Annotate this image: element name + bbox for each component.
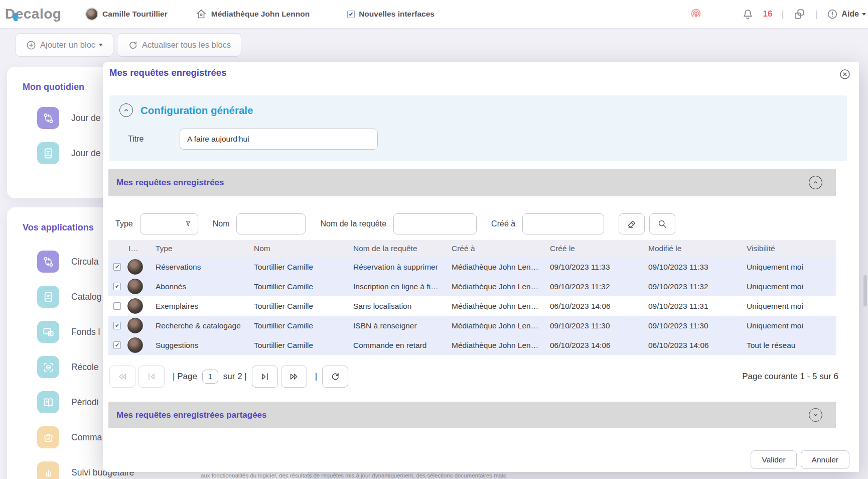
queries-table-header: I… Type Nom Nom de la requête Créé à Cré… [108,240,836,257]
collapse-config-button[interactable] [119,103,133,117]
filter-created-at-label: Créé à [491,219,515,228]
row-select-checkbox[interactable] [113,322,121,329]
dashboard-toolbar: Ajouter un bloc Actualiser tous les bloc… [15,33,241,57]
caret-down-icon [99,44,103,46]
title-field-input[interactable] [180,129,378,150]
filter-nom-label: Nom [213,219,230,228]
modal-title: Mes requêtes enregistrées [109,67,226,78]
refresh-list-button[interactable] [322,366,348,388]
help-menu[interactable]: Aide [826,8,866,20]
circulation-icon [37,107,59,129]
current-user[interactable]: Camille Tourtillier [85,8,168,21]
table-row[interactable]: SuggestionsTourtillier CamilleCommande e… [108,335,836,355]
cell-modified-on: 09/10/2023 11:31 [648,302,747,311]
cell-created-at: Médiathèque John Len… [452,263,550,272]
cell-created-at: Médiathèque John Len… [452,341,550,350]
table-row[interactable]: Recherche & catalogageTourtillier Camill… [108,316,836,335]
pagination: | Page sur 2 | | Page courante 1 - 5 sur… [109,366,838,388]
cell-modified-on: 09/10/2023 11:33 [648,263,747,272]
sidebar-item[interactable]: Jour de [37,142,100,164]
sidebar-item-label: Fonds l [71,327,100,337]
broadcast-icon[interactable] [689,8,702,21]
notification-count[interactable]: 16 [763,9,773,19]
sidebar-item[interactable]: Jour de [37,107,100,129]
clear-filters-button[interactable] [619,213,645,234]
first-page-button[interactable] [109,366,135,388]
eraser-icon [626,218,637,229]
row-select-checkbox[interactable] [113,302,121,310]
current-library[interactable]: Médiathèque John Lennon [195,8,310,20]
book-icon [37,286,59,308]
col-created-at[interactable]: Créé à [452,244,550,253]
collapse-my-queries-button[interactable] [809,176,822,189]
search-button[interactable] [649,213,675,234]
open-book-icon [37,391,59,413]
col-type[interactable]: Type [156,244,254,253]
refresh-all-blocks-button[interactable]: Actualiser tous les blocs [117,33,241,57]
my-queries-section-header[interactable]: Mes requêtes enregistrées [108,169,836,196]
last-page-button[interactable] [281,366,307,388]
cell-type: Exemplaires [156,302,254,311]
cancel-button[interactable]: Annuler [801,450,849,469]
add-block-button[interactable]: Ajouter un bloc [15,33,113,57]
bell-icon[interactable] [742,8,754,21]
next-page-button[interactable] [252,366,278,388]
circulation-icon [37,251,59,273]
validate-button[interactable]: Valider [751,450,796,469]
row-select-checkbox[interactable] [113,341,121,349]
col-include[interactable]: I… [108,244,156,253]
logo-text: Decalog [5,6,61,22]
help-label: Aide [841,10,859,19]
filter-created-at-input[interactable] [522,213,604,234]
shared-queries-section-title: Mes requêtes enregistrées partagées [116,410,267,420]
col-created-on[interactable]: Créé le [550,244,648,253]
col-modified-on[interactable]: Modifié le [648,244,747,253]
new-interfaces-toggle[interactable]: Nouvelles interfaces [347,10,435,19]
col-request-name[interactable]: Nom de la requête [353,244,452,253]
filter-request-name-input[interactable] [393,213,477,234]
user-avatar [127,318,143,333]
table-row[interactable]: RéservationsTourtillier CamilleRéservati… [108,257,836,277]
title-field-label: Titre [128,135,180,144]
config-section-title: Configuration générale [140,104,253,116]
cell-nom: Tourtillier Camille [254,263,353,272]
filter-nom-input[interactable] [236,213,306,234]
decalog-logo[interactable]: Decalog [5,6,75,22]
cell-modified-on: 06/10/2023 14:06 [648,341,747,350]
query-filters: Type Nom Nom de la requête Créé à [115,213,675,234]
col-visibility[interactable]: Visibilité [747,244,836,253]
table-row[interactable]: AbonnésTourtillier CamilleInscription en… [108,277,836,296]
page-number-input[interactable] [202,370,218,384]
user-avatar [127,298,143,314]
user-name: Camille Tourtillier [102,10,168,19]
new-interfaces-checkbox[interactable] [347,11,355,18]
caret-down-icon [862,13,866,16]
shared-queries-section-header[interactable]: Mes requêtes enregistrées partagées [108,402,836,428]
cell-created-on: 09/10/2023 11:33 [550,263,648,272]
cell-modified-on: 09/10/2023 11:30 [648,321,747,330]
page-scrollbar-thumb[interactable] [863,275,867,306]
user-avatar [127,279,143,294]
user-avatar [127,337,143,353]
queries-table-body: RéservationsTourtillier CamilleRéservati… [108,257,836,355]
cell-created-at: Médiathèque John Len… [452,282,550,291]
library-name: Médiathèque John Lennon [211,10,310,19]
apps-switcher-icon[interactable] [793,8,806,21]
modal-footer: Valider Annuler [751,450,849,469]
user-avatar-icon [85,8,98,21]
filter-type-label: Type [115,219,133,228]
separator: | [781,9,784,20]
logo-accent-shape [13,13,18,21]
table-row[interactable]: ExemplairesTourtillier CamilleSans local… [108,296,836,316]
row-select-checkbox[interactable] [113,263,121,271]
col-nom[interactable]: Nom [254,244,353,253]
cell-nom: Tourtillier Camille [254,282,353,291]
row-select-checkbox[interactable] [113,283,121,290]
info-icon [826,8,838,20]
cell-visibility: Uniquement moi [747,263,836,272]
expand-shared-queries-button[interactable] [809,408,822,422]
cell-type: Réservations [156,263,254,272]
previous-page-button[interactable] [138,366,165,388]
close-icon[interactable] [839,68,851,80]
separator: | [815,9,817,20]
